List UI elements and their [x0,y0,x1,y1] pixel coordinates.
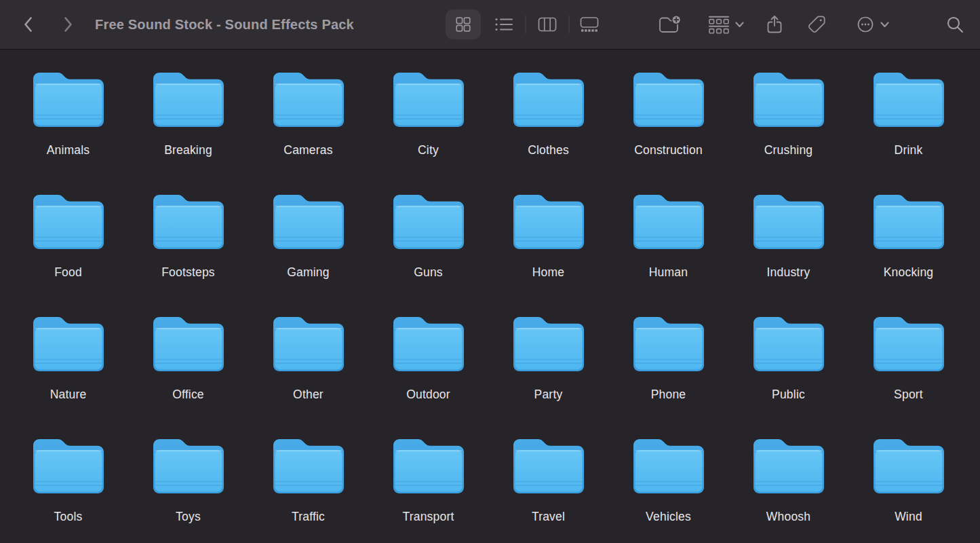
window-title: Free Sound Stock - Sound Effects Pack [95,17,354,33]
folder-icon [153,192,224,249]
folder-item[interactable]: Construction [608,70,728,192]
folder-label: Other [293,388,324,402]
folder-icon [633,314,704,371]
folder-icon [393,314,464,371]
share-icon [766,14,783,35]
folder-item[interactable]: Home [488,192,608,314]
folder-item[interactable]: Traffic [248,436,368,543]
new-folder-icon [658,14,681,35]
folder-icon [273,314,344,371]
search-button[interactable] [941,11,969,38]
search-icon [945,15,964,34]
folder-icon [753,70,824,127]
folder-item[interactable]: Gaming [248,192,368,314]
folder-icon [33,70,104,127]
folder-label: Traffic [292,510,325,524]
more-button[interactable] [848,11,896,38]
column-view-button[interactable] [533,11,562,38]
folder-item[interactable]: Crushing [728,70,848,192]
folder-item[interactable]: Vehicles [608,436,728,543]
folder-icon [273,192,344,249]
folder-item[interactable]: Outdoor [368,314,488,436]
folder-icon [874,192,944,249]
folder-item[interactable]: Whoosh [728,436,848,543]
folder-icon [513,192,584,249]
folder-icon [633,192,704,249]
folder-label: Outdoor [406,388,450,402]
gallery-view-button[interactable] [575,11,604,38]
folder-item[interactable]: Phone [608,314,728,436]
list-view-button[interactable] [490,11,518,38]
folder-grid: Animals Breaking Cameras City Clothes Co… [0,50,980,543]
folder-icon [393,436,464,493]
folder-item[interactable]: Human [608,192,728,314]
folder-label: City [418,143,439,157]
folder-icon [393,192,464,249]
folder-label: Breaking [164,143,212,157]
folder-label: Construction [634,143,703,157]
folder-icon [33,436,104,493]
folder-icon [633,436,704,493]
folder-icon [273,436,344,493]
folder-item[interactable]: Transport [368,436,488,543]
folder-item[interactable]: Tools [8,436,128,543]
folder-label: Toys [176,510,201,524]
folder-label: Crushing [764,143,813,157]
chevron-down-icon [735,22,744,28]
folder-label: Knocking [884,265,934,280]
folder-item[interactable]: Animals [8,70,128,192]
gallery-view-icon [580,16,599,33]
folder-item[interactable]: Sport [848,314,968,436]
folder-item[interactable]: Guns [368,192,488,314]
folder-icon [153,314,224,371]
folder-item[interactable]: Party [488,314,608,436]
folder-label: Guns [414,265,443,280]
folder-item[interactable]: Toys [128,436,248,543]
folder-label: Home [532,265,564,280]
folder-item[interactable]: Drink [848,70,968,192]
folder-label: Whoosh [766,510,810,524]
folder-icon [633,70,704,127]
icon-view-button[interactable] [446,10,481,39]
folder-icon [33,314,104,371]
folder-item[interactable]: Food [8,192,128,314]
toolbar-separator [526,16,526,33]
folder-item[interactable]: Wind [848,436,968,543]
folder-label: Phone [651,388,686,402]
share-button[interactable] [760,11,789,38]
folder-item[interactable]: Travel [488,436,608,543]
folder-item[interactable]: Breaking [128,70,248,192]
group-button[interactable] [702,11,749,38]
folder-item[interactable]: Industry [728,192,848,314]
folder-item[interactable]: Knocking [848,192,968,314]
new-folder-button[interactable] [655,11,684,38]
folder-label: Cameras [283,143,332,157]
folder-icon [393,70,464,127]
folder-label: Human [649,265,688,280]
folder-icon [153,436,224,493]
folder-label: Public [772,388,805,402]
folder-item[interactable]: Clothes [488,70,608,192]
folder-label: Sport [894,388,923,402]
chevron-right-icon [61,16,75,33]
column-view-icon [538,16,557,33]
folder-item[interactable]: Footsteps [128,192,248,314]
folder-item[interactable]: Office [128,314,248,436]
tag-button[interactable] [802,11,831,38]
folder-item[interactable]: City [368,70,488,192]
tag-icon [806,14,827,35]
folder-label: Drink [895,143,923,157]
folder-label: Travel [532,510,565,524]
folder-label: Transport [402,510,454,524]
folder-icon [753,192,824,249]
folder-icon [874,436,944,493]
forward-button[interactable] [54,11,82,38]
folder-icon [33,192,104,249]
folder-item[interactable]: Nature [8,314,128,436]
folder-label: Food [54,265,82,280]
back-button[interactable] [14,11,43,38]
folder-item[interactable]: Public [728,314,848,436]
folder-item[interactable]: Other [248,314,368,436]
folder-item[interactable]: Cameras [248,70,368,192]
folder-label: Footsteps [161,265,215,280]
